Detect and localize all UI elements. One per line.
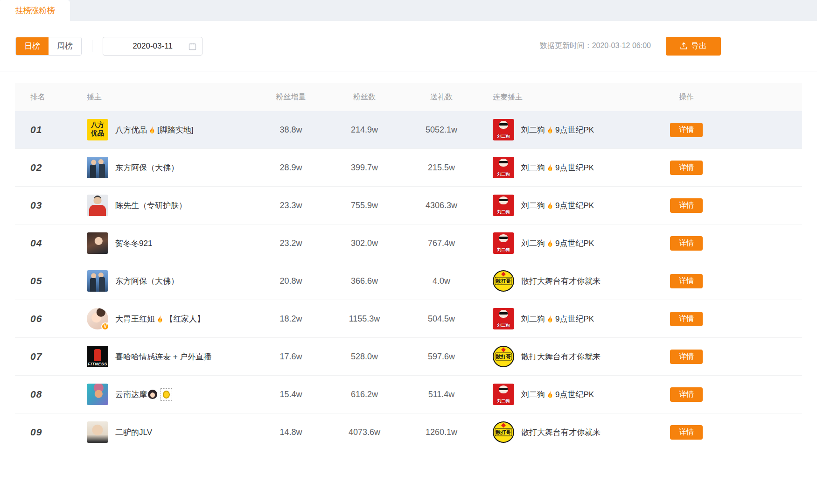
table-row[interactable]: 01八方优品八方优品[脚踏实地]38.8w214.9w5052.1w刘二狗刘二狗…	[15, 111, 802, 149]
rank-cell: 05	[15, 275, 87, 287]
rank-cell: 04	[15, 238, 87, 249]
table-row[interactable]: 06V大胃王红姐【红家人】18.2w1155.3w504.5w刘二狗刘二狗9点世…	[15, 300, 802, 338]
avatar-label: 刘二狗	[493, 247, 514, 253]
fan-count-cell: 1155.3w	[327, 314, 402, 324]
cohost-name: 刘二狗9点世纪PK	[521, 162, 594, 173]
daily-tab-button[interactable]: 日榜	[16, 37, 49, 55]
cohost-name: 刘二狗9点世纪PK	[521, 125, 594, 135]
broadcaster-cell: FITNESS喜哈哈情感连麦 + 户外直播	[87, 346, 255, 367]
column-header-gift-count: 送礼数	[402, 92, 481, 102]
name-text: 大胃王红姐	[115, 314, 155, 324]
broadcaster-cell: 云南达摩	[87, 384, 255, 405]
action-cell: 详情	[658, 350, 714, 364]
cohost-cell: 刘二狗刘二狗9点世纪PK	[481, 157, 658, 178]
column-header-action: 操作	[658, 92, 714, 102]
cohost-avatar: 散打哥	[493, 421, 514, 443]
detail-button[interactable]: 详情	[670, 161, 703, 175]
fan-count-cell: 214.9w	[327, 125, 402, 135]
cohost-avatar: 刘二狗	[493, 157, 514, 178]
broadcaster-name: 喜哈哈情感连麦 + 户外直播	[115, 351, 211, 362]
broadcaster-cell: 二驴的JLV	[87, 421, 255, 443]
broadcaster-name: 东方阿保（大佛）	[115, 162, 179, 173]
column-header-fan-increase: 粉丝增量	[255, 92, 327, 102]
avatar-label: 散打哥	[495, 277, 512, 285]
name-text: 刘二狗	[521, 389, 545, 400]
table-row[interactable]: 05东方阿保（大佛）20.8w366.6w4.0w散打哥散打大舞台有才你就来详情	[15, 262, 802, 300]
gift-count-cell: 4.0w	[402, 276, 481, 286]
fan-increase-cell: 17.6w	[255, 352, 327, 362]
section-divider	[0, 71, 817, 71]
broadcaster-name: 东方阿保（大佛）	[115, 276, 179, 287]
fire-icon	[148, 125, 156, 134]
detail-button[interactable]: 详情	[670, 274, 703, 288]
broadcaster-avatar	[87, 232, 108, 254]
action-cell: 详情	[658, 161, 714, 175]
name-text: 9点世纪PK	[555, 200, 594, 211]
table-row[interactable]: 03陈先生（专研护肤）23.3w755.9w4306.3w刘二狗刘二狗9点世纪P…	[15, 187, 802, 224]
update-time: 数据更新时间：2020-03-12 06:00	[540, 41, 651, 51]
gift-count-cell: 767.4w	[402, 238, 481, 248]
name-text: 9点世纪PK	[555, 389, 594, 400]
table-row[interactable]: 08云南达摩15.4w616.2w511.4w刘二狗刘二狗9点世纪PK详情	[15, 376, 802, 413]
fan-count-cell: 4073.6w	[327, 427, 402, 437]
action-cell: 详情	[658, 198, 714, 213]
detail-button[interactable]: 详情	[670, 350, 703, 364]
avatar-label: 散打哥	[495, 428, 512, 436]
action-cell: 详情	[658, 387, 714, 402]
table-row[interactable]: 02东方阿保（大佛）28.9w399.7w215.5w刘二狗刘二狗9点世纪PK详…	[15, 149, 802, 187]
broadcaster-name: 云南达摩	[115, 388, 172, 401]
name-text: 刘二狗	[521, 162, 545, 173]
name-text: 东方阿保（大佛）	[115, 276, 179, 287]
fan-count-cell: 755.9w	[327, 201, 402, 210]
avatar-label: 刘二狗	[493, 398, 514, 404]
detail-button[interactable]: 详情	[670, 198, 703, 213]
table-row[interactable]: 04贺冬冬92123.2w302.0w767.4w刘二狗刘二狗9点世纪PK详情	[15, 224, 802, 262]
fire-icon	[546, 163, 554, 172]
rank-cell: 08	[15, 389, 87, 400]
broadcaster-name: 陈先生（专研护肤）	[115, 200, 187, 211]
avatar-label: 刘二狗	[493, 209, 514, 215]
gift-count-cell: 504.5w	[402, 314, 481, 324]
cohost-name: 散打大舞台有才你就来	[521, 427, 601, 438]
export-button[interactable]: 导出	[666, 37, 721, 56]
table-header: 排名 播主 粉丝增量 粉丝数 送礼数 连麦播主 操作	[15, 83, 802, 111]
name-text: [脚踏实地]	[157, 125, 193, 135]
name-text: 东方阿保（大佛）	[115, 162, 179, 173]
name-text: 9点世纪PK	[555, 238, 594, 249]
action-cell: 详情	[658, 425, 714, 440]
weekly-tab-button[interactable]: 周榜	[49, 37, 81, 55]
detail-button[interactable]: 详情	[670, 236, 703, 251]
rank-cell: 01	[15, 124, 87, 135]
girl-icon	[148, 390, 157, 399]
tab-ranking[interactable]: 挂榜涨粉榜	[0, 0, 70, 21]
page: 挂榜涨粉榜 日榜 周榜 2020-03-11 数据更新时间：2020-03-12…	[0, 0, 817, 504]
cohost-cell: 散打哥散打大舞台有才你就来	[481, 346, 658, 367]
cohost-cell: 刘二狗刘二狗9点世纪PK	[481, 195, 658, 216]
detail-button[interactable]: 详情	[670, 387, 703, 402]
broadcaster-name: 大胃王红姐【红家人】	[115, 314, 205, 324]
cohost-avatar: 散打哥	[493, 346, 514, 367]
name-text: 刘二狗	[521, 314, 545, 324]
cohost-avatar: 刘二狗	[493, 384, 514, 405]
action-cell: 详情	[658, 123, 714, 137]
fire-icon	[546, 125, 554, 134]
broadcaster-cell: V大胃王红姐【红家人】	[87, 308, 255, 329]
cohost-avatar: 散打哥	[493, 270, 514, 292]
table-row[interactable]: 09二驴的JLV14.8w4073.6w1260.1w散打哥散打大舞台有才你就来…	[15, 413, 802, 451]
cohost-name: 刘二狗9点世纪PK	[521, 238, 594, 249]
name-text: 云南达摩	[115, 389, 147, 400]
detail-button[interactable]: 详情	[670, 425, 703, 440]
update-time-label: 数据更新时间：	[540, 42, 592, 49]
detail-button[interactable]: 详情	[670, 123, 703, 137]
fire-icon	[546, 390, 554, 399]
name-text: 散打大舞台有才你就来	[521, 276, 601, 287]
table-row[interactable]: 07FITNESS喜哈哈情感连麦 + 户外直播17.6w528.0w597.6w…	[15, 338, 802, 376]
rank-cell: 02	[15, 162, 87, 173]
broadcaster-cell: 贺冬冬921	[87, 232, 255, 254]
toolbar-divider	[92, 40, 92, 52]
broadcaster-cell: 东方阿保（大佛）	[87, 157, 255, 178]
name-text: 9点世纪PK	[555, 162, 594, 173]
fan-increase-cell: 23.3w	[255, 201, 327, 210]
date-picker[interactable]: 2020-03-11	[103, 37, 203, 56]
detail-button[interactable]: 详情	[670, 312, 703, 326]
